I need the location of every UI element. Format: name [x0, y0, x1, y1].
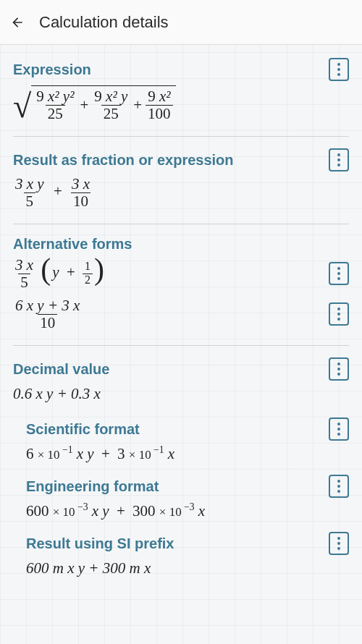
- alt-form-1-value: 3 x 5 (y + 1 2 ): [13, 257, 106, 290]
- app-bar: Calculation details: [0, 0, 362, 45]
- engineering-value: 600 × 10 −3 x y + 300 × 10 −3 x: [26, 502, 349, 520]
- section-title: Decimal value: [13, 361, 109, 378]
- alt-form-menu-button[interactable]: [329, 262, 349, 285]
- divider: [13, 136, 349, 137]
- section-expression: Expression √ 9 x² y² 25 + 9 x² y 25 +: [0, 51, 362, 132]
- section-si-prefix: Result using SI prefix 600 m x y + 300 m…: [0, 528, 362, 585]
- divider: [13, 224, 349, 224]
- section-menu-button[interactable]: [329, 532, 349, 555]
- section-menu-button[interactable]: [329, 475, 349, 498]
- section-menu-button[interactable]: [329, 418, 349, 441]
- expression-value: √ 9 x² y² 25 + 9 x² y 25 + 9 x² 100: [13, 85, 349, 122]
- section-menu-button[interactable]: [329, 357, 349, 381]
- section-menu-button[interactable]: [329, 58, 349, 81]
- section-engineering: Engineering format 600 × 10 −3 x y + 300…: [0, 470, 362, 528]
- scientific-value: 6 × 10 −1 x y + 3 × 10 −1 x: [26, 445, 349, 463]
- back-icon[interactable]: [10, 15, 25, 30]
- content-area: Expression √ 9 x² y² 25 + 9 x² y 25 +: [0, 45, 362, 585]
- section-title: Result using SI prefix: [26, 535, 174, 552]
- section-result-fraction: Result as fraction or expression 3 x y 5…: [0, 141, 362, 219]
- radical-icon: √: [13, 90, 31, 126]
- section-title: Scientific format: [26, 421, 140, 438]
- section-title: Expression: [13, 62, 91, 78]
- section-title: Alternative forms: [13, 236, 132, 253]
- result-fraction-value: 3 x y 5 + 3 x 10: [13, 176, 349, 209]
- alt-form-2-value: 6 x y + 3 x 10: [13, 297, 82, 331]
- alt-form-menu-button[interactable]: [329, 302, 349, 326]
- si-prefix-value: 600 m x y + 300 m x: [26, 559, 349, 577]
- section-alternative-forms: Alternative forms 3 x 5 (y + 1 2 ) 6 x y…: [0, 229, 362, 341]
- decimal-value: 0.6 x y + 0.3 x: [13, 385, 349, 403]
- section-scientific: Scientific format 6 × 10 −1 x y + 3 × 10…: [0, 413, 362, 470]
- section-decimal: Decimal value 0.6 x y + 0.3 x: [0, 350, 362, 413]
- section-title: Engineering format: [26, 478, 159, 495]
- divider: [13, 345, 349, 346]
- page-title: Calculation details: [39, 13, 169, 32]
- section-title: Result as fraction or expression: [13, 152, 234, 169]
- section-menu-button[interactable]: [329, 148, 349, 171]
